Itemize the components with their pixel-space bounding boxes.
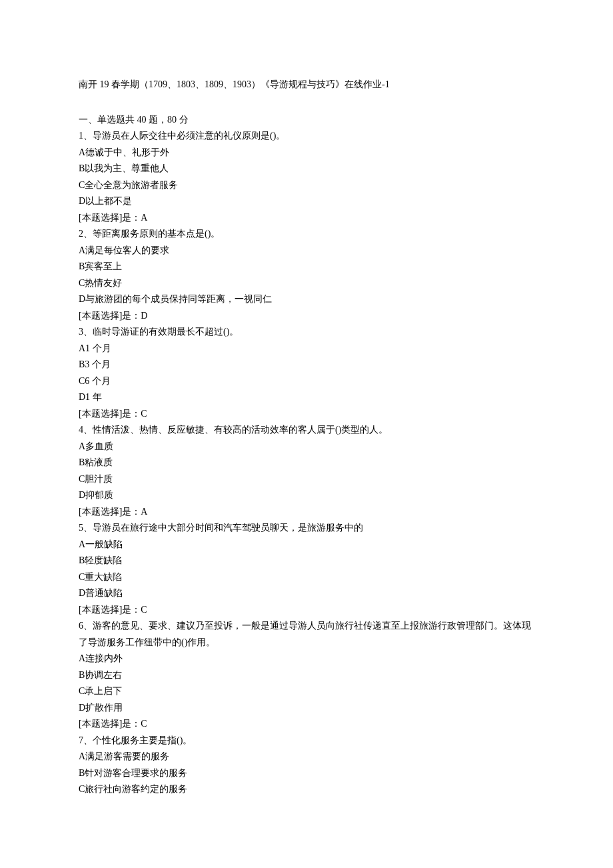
question-answer: [本题选择]是：A: [79, 504, 534, 521]
question-option: C6 个月: [79, 373, 534, 390]
question-stem: 3、临时导游证的有效期最长不超过()。: [79, 324, 534, 341]
question-stem: 7、个性化服务主要是指()。: [79, 733, 534, 749]
question-option: B粘液质: [79, 455, 534, 471]
page-content: 南开 19 春学期（1709、1803、1809、1903）《导游规程与技巧》在…: [0, 0, 613, 868]
question-option: C热情友好: [79, 275, 534, 292]
question-answer: [本题选择]是：D: [79, 308, 534, 325]
question-stem: 5、导游员在旅行途中大部分时间和汽车驾驶员聊天，是旅游服务中的: [79, 520, 534, 537]
question-option: A一般缺陷: [79, 537, 534, 553]
question-option: C承上启下: [79, 683, 534, 700]
question-option: A满足游客需要的服务: [79, 749, 534, 765]
question-option: D1 年: [79, 389, 534, 406]
question-option: D抑郁质: [79, 487, 534, 504]
question-option: C旅行社向游客约定的服务: [79, 781, 534, 798]
question-option: C全心全意为旅游者服务: [79, 177, 534, 194]
question-option: A1 个月: [79, 341, 534, 357]
question-answer: [本题选择]是：C: [79, 602, 534, 619]
question-option: B宾客至上: [79, 259, 534, 275]
section-header: 一、单选题共 40 题，80 分: [79, 112, 534, 129]
question-stem: 6、游客的意见、要求、建议乃至投诉，一般是通过导游人员向旅行社传递直至上报旅游行…: [79, 618, 534, 651]
question-answer: [本题选择]是：C: [79, 716, 534, 733]
question-option: D与旅游团的每个成员保持同等距离，一视同仁: [79, 291, 534, 308]
question-answer: [本题选择]是：A: [79, 210, 534, 227]
question-option: B针对游客合理要求的服务: [79, 765, 534, 782]
question-option: B轻度缺陷: [79, 553, 534, 569]
question-option: C胆汁质: [79, 471, 534, 488]
question-option: A连接内外: [79, 651, 534, 667]
question-option: D扩散作用: [79, 700, 534, 717]
question-option: A满足每位客人的要求: [79, 243, 534, 259]
question-stem: 1、导游员在人际交往中必须注意的礼仪原则是()。: [79, 128, 534, 145]
question-stem: 4、性情活泼、热情、反应敏捷、有较高的活动效率的客人属于()类型的人。: [79, 422, 534, 439]
question-option: A多血质: [79, 439, 534, 455]
question-option: D以上都不是: [79, 193, 534, 210]
document-title: 南开 19 春学期（1709、1803、1809、1903）《导游规程与技巧》在…: [79, 77, 534, 93]
question-option: C重大缺陷: [79, 569, 534, 586]
question-option: B3 个月: [79, 357, 534, 373]
question-option: D普通缺陷: [79, 585, 534, 602]
question-answer: [本题选择]是：C: [79, 406, 534, 423]
question-stem: 2、等距离服务原则的基本点是()。: [79, 226, 534, 243]
question-option: A德诚于中、礼形于外: [79, 145, 534, 161]
questions-container: 1、导游员在人际交往中必须注意的礼仪原则是()。A德诚于中、礼形于外B以我为主、…: [79, 128, 534, 798]
question-option: B协调左右: [79, 667, 534, 684]
question-option: B以我为主、尊重他人: [79, 161, 534, 177]
